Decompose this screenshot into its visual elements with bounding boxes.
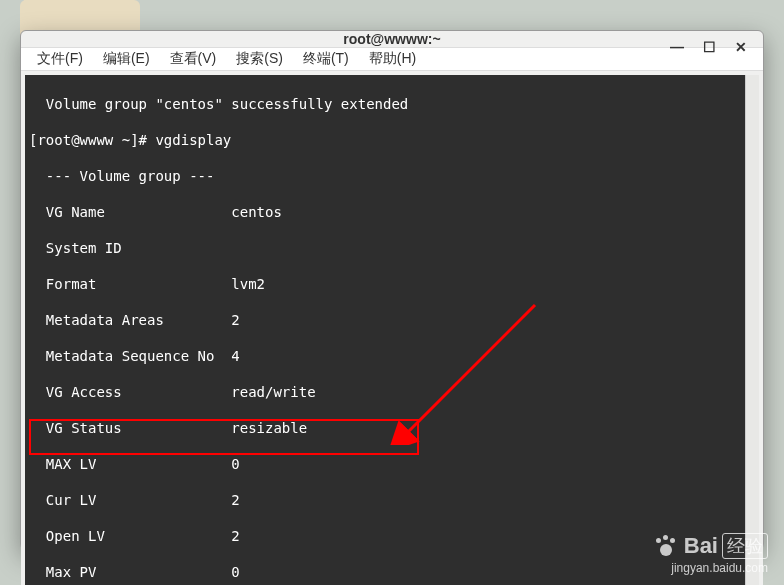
maximize-button[interactable]: ☐ — [693, 31, 725, 63]
term-line: Cur LV 2 — [25, 491, 745, 509]
term-line: VG Status resizable — [25, 419, 745, 437]
paw-icon — [652, 534, 680, 558]
term-line: Max PV 0 — [25, 563, 745, 581]
close-button[interactable]: ✕ — [725, 31, 757, 63]
term-line: --- Volume group --- — [25, 167, 745, 185]
term-line: Open LV 2 — [25, 527, 745, 545]
terminal-output[interactable]: Volume group "centos" successfully exten… — [25, 75, 745, 585]
menubar: 文件(F) 编辑(E) 查看(V) 搜索(S) 终端(T) 帮助(H) — [21, 47, 763, 71]
term-line: MAX LV 0 — [25, 455, 745, 473]
menu-search[interactable]: 搜索(S) — [228, 48, 291, 70]
terminal-window: root@wwww:~ — ☐ ✕ 文件(F) 编辑(E) 查看(V) 搜索(S… — [20, 30, 764, 550]
watermark-logo-suffix: 经验 — [722, 533, 768, 559]
window-title: root@wwww:~ — [343, 31, 440, 47]
term-line: [root@wwww ~]# vgdisplay — [25, 131, 745, 149]
menu-terminal[interactable]: 终端(T) — [295, 48, 357, 70]
watermark-logo-text: Bai — [684, 533, 718, 559]
scrollbar[interactable] — [745, 75, 759, 585]
watermark-url: jingyan.baidu.com — [652, 561, 768, 575]
menu-edit[interactable]: 编辑(E) — [95, 48, 158, 70]
menu-file[interactable]: 文件(F) — [29, 48, 91, 70]
titlebar[interactable]: root@wwww:~ — ☐ ✕ — [21, 31, 763, 47]
term-line: Volume group "centos" successfully exten… — [25, 95, 745, 113]
term-line: Format lvm2 — [25, 275, 745, 293]
menu-help[interactable]: 帮助(H) — [361, 48, 424, 70]
menu-view[interactable]: 查看(V) — [162, 48, 225, 70]
term-line: Metadata Sequence No 4 — [25, 347, 745, 365]
term-line: VG Name centos — [25, 203, 745, 221]
term-line: VG Access read/write — [25, 383, 745, 401]
term-line: System ID — [25, 239, 745, 257]
minimize-button[interactable]: — — [661, 31, 693, 63]
watermark: Bai 经验 jingyan.baidu.com — [652, 533, 768, 575]
term-line: Metadata Areas 2 — [25, 311, 745, 329]
terminal-area[interactable]: Volume group "centos" successfully exten… — [21, 71, 763, 585]
